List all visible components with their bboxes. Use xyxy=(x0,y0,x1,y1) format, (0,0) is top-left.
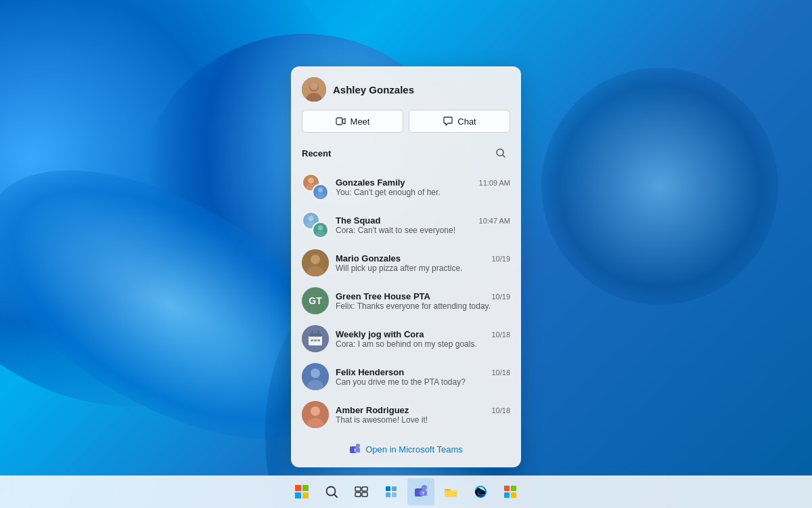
svg-rect-37 xyxy=(355,487,361,491)
chat-panel: Ashley Gonzales Meet Chat Recent xyxy=(291,66,521,467)
svg-point-30 xyxy=(311,406,320,416)
taskbar-start-button[interactable] xyxy=(288,478,315,505)
avatar xyxy=(302,363,329,390)
store-icon xyxy=(503,484,518,499)
svg-point-16 xyxy=(311,255,320,264)
open-teams-button[interactable]: T Open in Microsoft Teams xyxy=(344,440,468,458)
svg-text:T: T xyxy=(355,448,357,452)
taskbar: T xyxy=(0,475,812,508)
list-item[interactable]: Mario Gonzales 10/19 Will pick up pizza … xyxy=(296,244,516,282)
widgets-icon xyxy=(384,485,398,499)
chat-icon xyxy=(443,116,453,127)
search-icon xyxy=(325,485,338,499)
svg-rect-42 xyxy=(392,486,397,491)
taskbar-file-explorer-button[interactable] xyxy=(437,478,464,505)
svg-point-3 xyxy=(310,82,318,90)
chat-list: Gonzales Family 11:09 AM You: Can't get … xyxy=(291,168,521,433)
svg-point-14 xyxy=(316,231,325,237)
user-name: Ashley Gonzales xyxy=(333,84,414,96)
chat-button[interactable]: Chat xyxy=(409,110,510,133)
desktop: Ashley Gonzales Meet Chat Recent xyxy=(0,0,812,508)
recent-label: Recent xyxy=(302,148,331,158)
list-item[interactable]: Felix Henderson 10/18 Can you drive me t… xyxy=(296,358,516,396)
taskbar-widgets-button[interactable] xyxy=(378,478,405,505)
svg-rect-21 xyxy=(311,331,313,335)
teams-chat-icon: T xyxy=(413,484,428,499)
avatar xyxy=(302,77,326,102)
svg-rect-25 xyxy=(317,339,320,341)
svg-rect-51 xyxy=(511,486,516,491)
teams-icon: T xyxy=(349,443,361,455)
svg-rect-24 xyxy=(314,339,317,341)
svg-rect-38 xyxy=(362,487,367,491)
svg-rect-50 xyxy=(504,486,510,491)
svg-point-27 xyxy=(311,368,320,378)
search-button[interactable] xyxy=(491,144,510,163)
list-item[interactable]: Amber Rodriguez 10/18 That is awesome! L… xyxy=(296,396,516,433)
svg-rect-40 xyxy=(362,492,367,496)
chat-content: Felix Henderson 10/18 Can you drive me t… xyxy=(336,367,510,387)
chat-content: Amber Rodriguez 10/18 That is awesome! L… xyxy=(336,405,510,425)
svg-point-33 xyxy=(356,444,360,448)
wallpaper-swirl-5 xyxy=(541,68,778,305)
panel-header: Ashley Gonzales xyxy=(291,66,521,110)
svg-point-13 xyxy=(318,226,323,231)
task-view-icon xyxy=(355,485,368,499)
windows-logo-icon xyxy=(295,485,309,499)
avatar xyxy=(302,249,329,276)
svg-point-46 xyxy=(422,485,427,490)
svg-point-11 xyxy=(308,215,314,221)
taskbar-search-button[interactable] xyxy=(318,478,345,505)
list-item[interactable]: Weekly jog with Cora 10/18 Cora: I am so… xyxy=(296,320,516,358)
svg-rect-41 xyxy=(386,486,390,491)
svg-point-7 xyxy=(308,177,314,184)
svg-rect-5 xyxy=(336,118,342,125)
svg-rect-44 xyxy=(392,492,397,497)
open-teams-label: Open in Microsoft Teams xyxy=(365,444,463,454)
search-icon xyxy=(495,148,506,158)
taskbar-icons: T xyxy=(288,478,524,505)
avatar xyxy=(302,211,329,238)
avatar: GT xyxy=(302,287,329,314)
edge-icon xyxy=(473,484,488,499)
svg-rect-22 xyxy=(317,331,319,335)
open-teams-section: T Open in Microsoft Teams xyxy=(291,433,521,467)
taskbar-task-view-button[interactable] xyxy=(348,478,375,505)
taskbar-teams-chat-button[interactable]: T xyxy=(407,478,434,505)
file-explorer-icon xyxy=(443,484,458,499)
list-item[interactable]: Gonzales Family 11:09 AM You: Can't get … xyxy=(296,168,516,206)
meet-button[interactable]: Meet xyxy=(302,110,403,133)
chat-content: Weekly jog with Cora 10/18 Cora: I am so… xyxy=(336,329,510,349)
meet-icon xyxy=(336,116,346,127)
chat-content: Gonzales Family 11:09 AM You: Can't get … xyxy=(336,177,510,197)
chat-content: Green Tree House PTA 10/19 Felix: Thanks… xyxy=(336,291,510,311)
svg-rect-52 xyxy=(504,492,510,498)
taskbar-edge-button[interactable] xyxy=(467,478,494,505)
svg-rect-23 xyxy=(311,339,313,341)
list-item[interactable]: The Squad 10:47 AM Cora: Can't wait to s… xyxy=(296,206,516,244)
avatar xyxy=(302,173,329,200)
svg-rect-43 xyxy=(386,492,390,497)
chat-content: The Squad 10:47 AM Cora: Can't wait to s… xyxy=(336,215,510,235)
taskbar-store-button[interactable] xyxy=(497,478,524,505)
avatar xyxy=(302,401,329,428)
svg-rect-20 xyxy=(309,333,322,337)
list-item[interactable]: GT Green Tree House PTA 10/19 Felix: Tha… xyxy=(296,282,516,320)
svg-point-9 xyxy=(318,188,323,193)
svg-rect-39 xyxy=(355,492,361,496)
chat-content: Mario Gonzales 10/19 Will pick up pizza … xyxy=(336,253,510,273)
avatar xyxy=(302,325,329,352)
recent-header: Recent xyxy=(291,141,521,168)
svg-rect-53 xyxy=(511,492,516,498)
action-buttons: Meet Chat xyxy=(291,110,521,141)
svg-point-49 xyxy=(476,489,484,493)
svg-point-10 xyxy=(316,193,325,199)
